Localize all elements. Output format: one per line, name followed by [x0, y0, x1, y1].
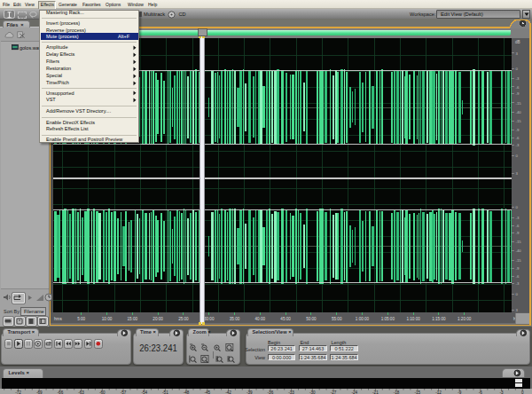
svg-text:25:00: 25:00	[178, 317, 189, 321]
svg-text:-42: -42	[225, 390, 231, 394]
svg-text:-15: -15	[516, 119, 522, 123]
svg-text:-18: -18	[394, 390, 400, 394]
svg-text:45:00: 45:00	[280, 317, 291, 321]
svg-text:-33: -33	[288, 390, 294, 394]
svg-text:-6: -6	[516, 136, 520, 140]
svg-text:-15: -15	[516, 240, 522, 244]
svg-text:-9: -9	[516, 128, 520, 132]
svg-text:1:10:00: 1:10:00	[406, 317, 420, 321]
svg-text:40:00: 40:00	[255, 317, 266, 321]
svg-text:50:00: 50:00	[306, 317, 317, 321]
svg-text:-69: -69	[36, 390, 43, 394]
svg-text:0: 0	[521, 390, 524, 394]
svg-text:-3: -3	[516, 143, 520, 147]
svg-text:-6: -6	[516, 224, 520, 228]
svg-text:-3: -3	[516, 216, 520, 220]
svg-text:hms: hms	[54, 317, 62, 321]
svg-text:-6: -6	[479, 390, 483, 394]
svg-text:-54: -54	[141, 390, 147, 394]
svg-text:5:00: 5:00	[77, 317, 85, 321]
svg-text:-15: -15	[414, 390, 420, 394]
svg-text:-3: -3	[500, 390, 505, 394]
svg-text:-66: -66	[58, 390, 64, 394]
svg-text:-3: -3	[516, 76, 520, 81]
svg-text:-12: -12	[435, 390, 442, 394]
svg-text:-36: -36	[268, 390, 274, 394]
svg-text:-72: -72	[15, 390, 21, 394]
svg-text:-6: -6	[516, 85, 520, 90]
svg-text:55:00: 55:00	[332, 317, 342, 321]
svg-text:-9: -9	[516, 266, 520, 271]
svg-text:1:05:00: 1:05:00	[381, 317, 395, 321]
svg-text:1:00:00: 1:00:00	[356, 317, 370, 321]
svg-text:-24: -24	[351, 390, 357, 394]
svg-text:-27: -27	[331, 390, 337, 394]
svg-text:15:00: 15:00	[128, 317, 138, 321]
svg-text:10:00: 10:00	[102, 317, 113, 321]
svg-text:30:00: 30:00	[204, 317, 215, 321]
svg-text:-15: -15	[516, 258, 522, 263]
svg-text:-57: -57	[121, 390, 127, 394]
svg-text:-30: -30	[309, 390, 316, 394]
svg-text:-40: -40	[516, 248, 522, 253]
svg-text:-15: -15	[516, 101, 522, 106]
svg-text:-9: -9	[458, 390, 462, 394]
svg-text:-3: -3	[516, 281, 520, 286]
svg-text:-9: -9	[516, 231, 520, 235]
svg-text:-6: -6	[516, 274, 520, 279]
svg-text:-21: -21	[372, 390, 379, 394]
svg-text:-9: -9	[516, 91, 520, 96]
svg-text:1:20:00: 1:20:00	[458, 317, 472, 321]
svg-text:35:00: 35:00	[230, 317, 240, 321]
svg-text:-63: -63	[78, 390, 84, 394]
svg-text:-39: -39	[246, 390, 253, 394]
svg-text:-40: -40	[516, 110, 522, 114]
svg-text:-60: -60	[99, 390, 106, 394]
svg-text:20:00: 20:00	[153, 317, 163, 321]
svg-text:-45: -45	[204, 390, 210, 394]
svg-text:-48: -48	[184, 390, 190, 394]
svg-text:1:15:00: 1:15:00	[432, 317, 446, 321]
svg-text:-51: -51	[162, 390, 168, 394]
svg-text:dB: dB	[515, 40, 520, 44]
